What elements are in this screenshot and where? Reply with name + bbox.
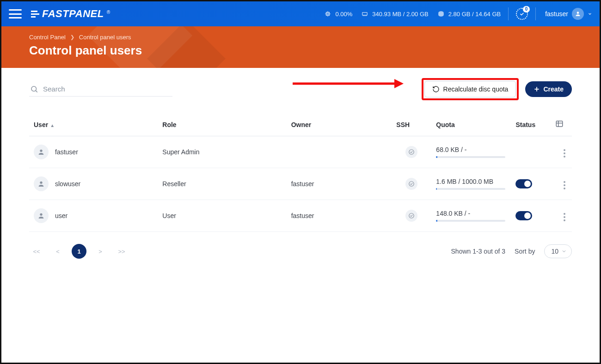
logo[interactable]: FASTPANEL ® (31, 8, 110, 20)
page-last[interactable]: >> (114, 244, 129, 259)
quota-bar (436, 156, 505, 158)
svg-rect-1 (327, 13, 329, 15)
ram-icon (361, 11, 369, 17)
content: Recalculate disc quota Create User▲ Role… (1, 68, 600, 269)
page-first[interactable]: << (29, 244, 44, 259)
svg-rect-18 (557, 121, 563, 127)
quota-bar (436, 188, 505, 190)
ram-stat: 340.93 MB / 2.00 GB (361, 11, 428, 18)
search-input[interactable] (43, 85, 172, 93)
quota-text: 68.0 KB / - (436, 146, 506, 153)
divider (535, 7, 536, 20)
svg-point-22 (409, 150, 414, 155)
tasks-badge: 0 (523, 6, 530, 12)
recalculate-quota-button[interactable]: Recalculate disc quota (424, 81, 516, 97)
status-toggle[interactable] (515, 179, 532, 188)
svg-point-12 (31, 86, 37, 91)
ssh-ok-icon (405, 146, 417, 158)
highlight-annotation: Recalculate disc quota (422, 78, 519, 100)
svg-point-25 (40, 213, 42, 216)
menu-icon[interactable] (9, 9, 22, 18)
role-cell: Reseller (158, 168, 286, 200)
table-row: user User fastuser 148.0 KB / - (29, 200, 572, 232)
table-row: slowuser Reseller fastuser 1.6 MB / 1000… (29, 168, 572, 200)
arrow-annotation (293, 77, 404, 91)
user-name: slowuser (55, 180, 80, 188)
refresh-icon (432, 85, 440, 93)
logo-text: FASTPANEL (42, 8, 104, 20)
svg-point-11 (577, 12, 579, 14)
user-icon (34, 208, 49, 223)
chevron-down-icon (561, 249, 567, 254)
search-icon (30, 85, 38, 93)
disk-icon (437, 11, 445, 17)
svg-marker-17 (394, 79, 404, 88)
breadcrumb-root[interactable]: Control Panel (29, 34, 66, 41)
svg-point-24 (409, 182, 414, 187)
user-name: fastuser (55, 148, 78, 156)
page-current[interactable]: 1 (72, 244, 86, 259)
user-icon (34, 145, 49, 159)
avatar-icon (572, 8, 584, 20)
row-menu-button[interactable] (562, 211, 567, 223)
page-next[interactable]: > (93, 244, 108, 259)
cpu-stat: 0.00% (324, 11, 352, 18)
svg-line-13 (36, 91, 37, 92)
page-title: Control panel users (29, 43, 572, 58)
cpu-icon (324, 11, 332, 17)
create-button[interactable]: Create (525, 81, 572, 97)
svg-point-21 (40, 150, 42, 152)
owner-cell: fastuser (287, 200, 392, 232)
search-field[interactable] (29, 82, 172, 97)
create-label: Create (543, 85, 564, 93)
th-quota[interactable]: Quota (431, 113, 511, 136)
page-size-select[interactable]: 10 (544, 244, 572, 258)
th-user[interactable]: User▲ (29, 113, 158, 136)
shown-label: Shown 1-3 out of 3 (451, 248, 506, 255)
th-ssh[interactable]: SSH (392, 113, 431, 136)
plus-icon (534, 86, 540, 92)
th-status[interactable]: Status (511, 113, 551, 136)
th-role[interactable]: Role (158, 113, 286, 136)
divider (508, 7, 509, 20)
owner-cell (287, 136, 392, 168)
page-size-value: 10 (551, 248, 558, 255)
role-cell: User (158, 200, 286, 232)
page-prev[interactable]: < (50, 244, 65, 259)
th-columns[interactable] (551, 113, 572, 136)
quota-text: 1.6 MB / 1000.0 MB (436, 178, 506, 185)
ssh-ok-icon (405, 178, 417, 190)
svg-point-23 (40, 182, 42, 184)
svg-point-26 (409, 213, 414, 218)
svg-rect-0 (326, 12, 330, 16)
chevron-down-icon (588, 12, 592, 16)
table-footer: << < 1 > >> Shown 1-3 out of 3 Sort by 1… (29, 244, 572, 259)
svg-rect-6 (362, 12, 368, 15)
role-cell: Super Admin (158, 136, 286, 168)
sortby-label: Sort by (515, 248, 535, 255)
tasks-spinner-icon[interactable]: 0 (516, 8, 528, 20)
owner-cell: fastuser (287, 168, 392, 200)
status-toggle[interactable] (515, 211, 532, 220)
breadcrumb-current: Control panel users (79, 34, 131, 41)
user-menu[interactable]: fastuser (545, 8, 592, 20)
user-icon (34, 176, 49, 191)
columns-icon (555, 120, 564, 128)
th-owner[interactable]: Owner (287, 113, 392, 136)
ssh-ok-icon (405, 210, 417, 222)
pagination: << < 1 > >> (29, 244, 129, 259)
disk-stat: 2.80 GB / 14.64 GB (437, 11, 501, 18)
recalc-label: Recalculate disc quota (443, 85, 509, 93)
username-label: fastuser (545, 10, 568, 18)
user-name: user (55, 212, 67, 219)
users-table: User▲ Role Owner SSH Quota Status fastus… (29, 113, 572, 232)
breadcrumb: Control Panel ❯ Control panel users (29, 34, 572, 41)
quota-text: 148.0 KB / - (436, 210, 506, 217)
row-menu-button[interactable] (562, 147, 567, 159)
row-menu-button[interactable] (562, 179, 567, 191)
topbar: FASTPANEL ® 0.00% 340.93 MB / 2.00 GB 2.… (1, 1, 600, 26)
sort-asc-icon: ▲ (50, 123, 55, 128)
chevron-right-icon: ❯ (70, 34, 74, 40)
page-header: Control Panel ❯ Control panel users Cont… (1, 26, 600, 68)
table-row: fastuser Super Admin 68.0 KB / - (29, 136, 572, 168)
